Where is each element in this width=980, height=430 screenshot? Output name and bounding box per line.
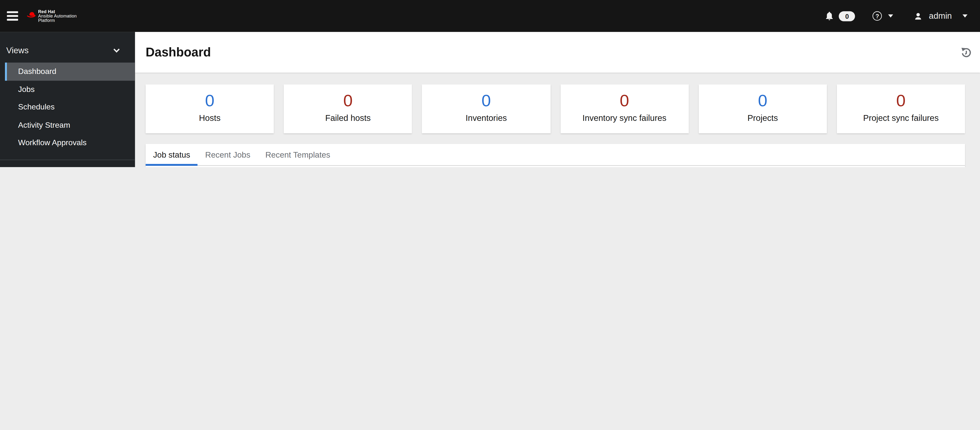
- nav-divider: [0, 159, 135, 160]
- brand-line1: Red Hat: [38, 9, 77, 14]
- sidebar-item-dashboard[interactable]: Dashboard: [5, 62, 135, 80]
- app-window: Red Hat Ansible Automation Platform 0 ? …: [0, 0, 980, 167]
- user-dropdown-caret-icon[interactable]: [963, 14, 967, 18]
- nav-group-views-items: Dashboard Jobs Schedules Activity Stream…: [0, 62, 135, 152]
- card-hosts: 0 Hosts: [146, 85, 274, 133]
- redhat-fedora-icon: [27, 9, 36, 21]
- card-label: Project sync failures: [837, 113, 965, 123]
- card-projects: 0 Projects: [698, 85, 827, 133]
- page-header: Dashboard: [135, 32, 980, 72]
- panel-tabs: Job status Recent Jobs Recent Templates: [146, 144, 965, 166]
- brand-logo: Red Hat Ansible Automation Platform: [27, 9, 77, 23]
- brand-text: Red Hat Ansible Automation Platform: [38, 9, 77, 23]
- tab-recent-jobs[interactable]: Recent Jobs: [198, 144, 258, 166]
- notifications-bell-icon[interactable]: [824, 11, 834, 21]
- help-dropdown-caret-icon[interactable]: [888, 14, 893, 18]
- card-project-sync-failures: 0 Project sync failures: [837, 85, 965, 133]
- dashboard-content: 0 Hosts 0 Failed hosts 0 Inventories 0 I…: [135, 72, 980, 167]
- masthead: Red Hat Ansible Automation Platform 0 ? …: [0, 0, 980, 32]
- card-label: Inventories: [422, 113, 550, 123]
- inventory-sync-failures-count-link[interactable]: 0: [560, 93, 689, 109]
- help-icon[interactable]: ?: [873, 11, 882, 21]
- projects-count-link[interactable]: 0: [698, 93, 827, 109]
- nav-toggle-hamburger-icon[interactable]: [7, 10, 18, 22]
- sidebar-item-schedules[interactable]: Schedules: [5, 98, 135, 116]
- sidebar-nav: Views Dashboard Jobs Schedules Activity …: [0, 32, 135, 167]
- card-inventory-sync-failures: 0 Inventory sync failures: [560, 85, 689, 133]
- nav-group-views[interactable]: Views: [0, 43, 135, 58]
- card-failed-hosts: 0 Failed hosts: [284, 85, 412, 133]
- card-label: Failed hosts: [284, 113, 412, 123]
- inventories-count-link[interactable]: 0: [422, 93, 550, 109]
- job-status-panel: Job status Recent Jobs Recent Templates …: [146, 144, 965, 167]
- brand-line2: Ansible Automation: [38, 14, 77, 18]
- card-inventories: 0 Inventories: [422, 85, 550, 133]
- brand-line3: Platform: [38, 18, 77, 23]
- sidebar-item-workflow-approvals[interactable]: Workflow Approvals: [5, 134, 135, 152]
- masthead-toolbar: 0 ? admin: [824, 11, 967, 21]
- refresh-history-icon[interactable]: [961, 47, 972, 58]
- user-avatar-icon: [913, 11, 923, 21]
- main-area: Dashboard 0 Hosts 0 Failed hosts: [135, 32, 980, 167]
- notifications-count-badge: 0: [839, 11, 855, 21]
- sidebar-item-activity-stream[interactable]: Activity Stream: [5, 116, 135, 134]
- tab-recent-templates[interactable]: Recent Templates: [258, 144, 338, 166]
- card-label: Inventory sync failures: [560, 113, 689, 123]
- project-sync-failures-count-link[interactable]: 0: [837, 93, 965, 109]
- nav-group-views-label: Views: [6, 45, 29, 55]
- page-title: Dashboard: [146, 45, 211, 59]
- sidebar-item-jobs[interactable]: Jobs: [5, 80, 135, 98]
- tab-job-status[interactable]: Job status: [146, 144, 197, 166]
- summary-cards: 0 Hosts 0 Failed hosts 0 Inventories 0 I…: [146, 85, 965, 133]
- card-label: Projects: [698, 113, 827, 123]
- hosts-count-link[interactable]: 0: [146, 93, 274, 109]
- current-user-name[interactable]: admin: [929, 11, 952, 21]
- chevron-down-icon: [113, 46, 119, 52]
- card-label: Hosts: [146, 113, 274, 123]
- failed-hosts-count-link[interactable]: 0: [284, 93, 412, 109]
